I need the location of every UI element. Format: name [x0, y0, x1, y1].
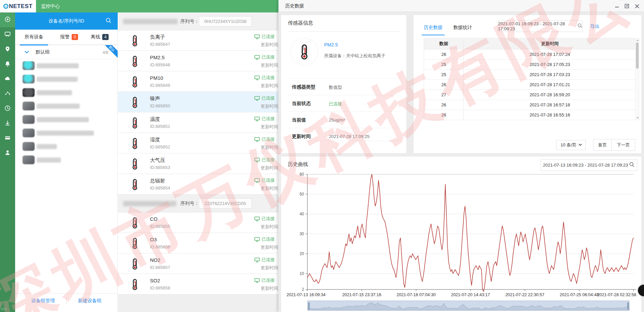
table-row[interactable]: 25 2021-07-28 17:03:23	[424, 70, 636, 80]
first-page-button[interactable]: 首页	[593, 139, 612, 151]
thermometer-icon	[131, 178, 139, 190]
maximize-button[interactable]	[623, 2, 631, 10]
chevron-down-icon[interactable]	[25, 49, 29, 54]
device-tabs: 所有设备 报警0 离线4	[15, 30, 118, 45]
thermometer-icon	[131, 76, 139, 88]
new-group-button[interactable]: 新建设备组	[78, 298, 102, 304]
curve-daterange-picker[interactable]: 2021-07-13 16:09:23 - 2021-07-28 17:09:2…	[540, 159, 637, 171]
sensor-name-link[interactable]: PM2.5	[324, 42, 338, 47]
thermometer-icon	[131, 117, 139, 129]
sidebar-item-share[interactable]	[0, 86, 15, 101]
device-list-item[interactable]	[15, 86, 118, 100]
svg-text:2021-07-13 16:09:34: 2021-07-13 16:09:34	[287, 292, 326, 297]
thermometer-icon	[297, 44, 312, 60]
device-list-item[interactable]	[15, 59, 118, 73]
sensor-status: 已连接	[254, 34, 275, 40]
tab-offline[interactable]: 离线4	[91, 34, 109, 40]
cell-time: 2021-07-28 17:01:21	[464, 80, 636, 90]
device-thumbnail	[23, 88, 35, 97]
device-list-item[interactable]	[15, 100, 118, 113]
export-button[interactable]: 导出	[590, 24, 600, 30]
serial-label: 序列号：	[180, 19, 199, 25]
sensor-update-time: 更新时间:	[261, 265, 279, 271]
search-input[interactable]: 设备名/序列号/ID	[15, 12, 118, 30]
sensor-status: 已连接	[254, 136, 275, 142]
sensor-id: ID:885654	[150, 185, 170, 190]
device-list-item[interactable]	[15, 140, 118, 153]
device-list-item[interactable]	[15, 153, 118, 167]
sidebar-item-clock[interactable]	[0, 101, 15, 116]
chart-canvas: 60504030201022021-07-13 16:09:342021-07-…	[284, 172, 639, 312]
sensor-id: ID:885652	[150, 144, 170, 149]
sensor-status: 已连接	[254, 54, 275, 60]
chevron-down-icon	[579, 143, 582, 146]
logo-icon	[3, 4, 8, 9]
history-line-chart: 60504030201022021-07-13 16:09:342021-07-…	[284, 172, 639, 312]
sidebar-item-download[interactable]	[0, 116, 15, 131]
sidebar-item-pin[interactable]	[0, 42, 15, 57]
tab-all-devices[interactable]: 所有设备	[25, 34, 43, 40]
sensor-id: ID:885657	[150, 265, 170, 270]
sensor-id: ID:885649	[150, 83, 170, 88]
sensor-info-title: 传感器信息	[288, 20, 313, 26]
search-icon	[577, 23, 582, 29]
scroll-up-icon[interactable]	[636, 39, 639, 41]
scroll-down-icon[interactable]	[636, 117, 639, 119]
device-thumbnail	[23, 129, 35, 137]
table-row[interactable]: 26 2021-07-28 16:55:16	[424, 110, 636, 120]
sidebar-item-target[interactable]	[0, 12, 15, 27]
scrollbar-thumb[interactable]	[636, 42, 639, 69]
sidebar-item-bell[interactable]	[0, 57, 15, 72]
sensor-name: 大气压	[150, 157, 165, 164]
device-name-redacted	[37, 104, 80, 109]
info-row-updated: 更新时间 2021-07-28 17:09:25	[288, 128, 400, 144]
search-icon[interactable]	[106, 18, 112, 25]
serial-number: 0HU72234XY1UZ038	[199, 16, 252, 27]
device-name-redacted	[37, 90, 72, 95]
cell-time: 2021-07-28 17:03:23	[464, 70, 636, 79]
tab-statistics[interactable]: 数据统计	[453, 25, 472, 31]
sidebar-item-card[interactable]	[0, 131, 15, 146]
svg-text:2021-07-28 02:32:58: 2021-07-28 02:32:58	[597, 292, 636, 297]
connected-monitor-icon	[254, 34, 260, 39]
table-row[interactable]: 27 2021-07-28 16:59:20	[424, 90, 636, 100]
svg-text:2021-07-15 23:37:16: 2021-07-15 23:37:16	[342, 292, 381, 297]
svg-text:10: 10	[300, 271, 304, 276]
sensor-id: ID:885653	[150, 165, 170, 170]
device-name-redacted	[37, 77, 78, 82]
connected-monitor-icon	[254, 178, 260, 183]
table-row[interactable]: 25 2021-07-28 17:05:23	[424, 60, 636, 70]
logo[interactable]: NETEST	[0, 0, 36, 12]
device-group-header[interactable]: 默认组 4/8 默认	[15, 45, 118, 59]
close-icon[interactable]	[633, 2, 641, 10]
table-row[interactable]: 26 2021-07-28 17:07:24	[424, 49, 636, 60]
curve-title: 历史曲线	[288, 161, 308, 168]
tab-history-data[interactable]: 历史数据	[424, 25, 443, 31]
manage-groups-button[interactable]: 设备组管理	[31, 298, 55, 304]
device-list-item[interactable]	[15, 113, 118, 127]
device-list-item[interactable]	[15, 127, 118, 140]
sensor-status: 已连接	[254, 157, 275, 163]
clock-icon	[4, 105, 11, 113]
device-list-item[interactable]	[15, 73, 118, 86]
minimize-button[interactable]	[613, 2, 620, 10]
thermometer-icon	[131, 137, 139, 149]
sensor-id: ID:885648	[150, 62, 170, 67]
sidebar-item-cloud[interactable]	[0, 72, 15, 86]
sensor-update-time: 更新时间:	[261, 124, 279, 130]
tab-alarms[interactable]: 报警0	[60, 34, 78, 40]
table-row[interactable]: 26 2021-07-28 17:01:21	[424, 80, 636, 90]
info-row-value: 当前值 25ug/m³	[288, 111, 400, 128]
next-page-button[interactable]: 下一页	[612, 139, 635, 151]
sidebar-rail	[0, 12, 15, 312]
table-row[interactable]: 26 2021-07-28 16:57:18	[424, 100, 636, 110]
chart-zoom-navigator[interactable]	[307, 301, 630, 311]
zoom-handle-left[interactable]	[308, 302, 310, 310]
svg-text:20: 20	[300, 251, 304, 256]
history-daterange-picker[interactable]: 2021-07-01 16:09:23 - 2021-07-28 17:09:2…	[498, 20, 583, 32]
sidebar-item-monitor[interactable]	[0, 27, 15, 42]
table-scrollbar[interactable]	[635, 38, 639, 120]
page-size-select[interactable]: 10 条/页	[556, 140, 586, 150]
sidebar-item-user[interactable]	[0, 146, 15, 161]
zoom-handle-right[interactable]	[627, 302, 629, 310]
